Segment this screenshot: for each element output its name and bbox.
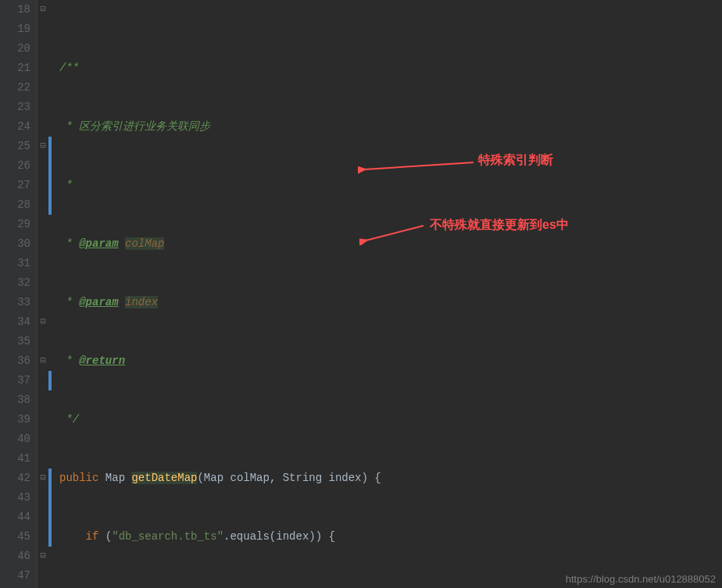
fold-marker-icon xyxy=(38,488,48,508)
line-number: 36 xyxy=(0,351,30,371)
fold-marker-icon xyxy=(38,98,48,117)
line-number: 30 xyxy=(0,234,30,254)
fold-marker-icon xyxy=(38,39,48,59)
fold-marker-icon[interactable]: ⊟ xyxy=(38,547,48,566)
line-number: 20 xyxy=(0,39,30,59)
line-number: 34 xyxy=(0,312,30,332)
fold-marker-icon xyxy=(38,20,48,39)
line-number: 40 xyxy=(0,429,30,449)
string-literal: "db_search.tb_ts" xyxy=(112,530,223,543)
code-editor[interactable]: 1819202122232425262728293031323334353637… xyxy=(0,0,722,588)
line-number-gutter: 1819202122232425262728293031323334353637… xyxy=(0,0,38,588)
doc-desc: 区分索引进行业务关联同步 xyxy=(79,120,210,133)
line-number: 22 xyxy=(0,78,30,98)
fold-marker-icon xyxy=(38,215,48,234)
fold-marker-icon xyxy=(38,273,48,293)
line-number: 44 xyxy=(0,508,30,527)
line-number: 28 xyxy=(0,195,30,215)
type: Map xyxy=(105,472,125,484)
line-number: 31 xyxy=(0,254,30,273)
line-number: 29 xyxy=(0,215,30,234)
line-number: 23 xyxy=(0,98,30,117)
line-number: 45 xyxy=(0,527,30,547)
kw-if: if xyxy=(86,530,99,543)
line-number: 39 xyxy=(0,410,30,429)
method-name: getDateMap xyxy=(131,472,197,484)
doc-close: */ xyxy=(66,413,79,426)
line-number: 37 xyxy=(0,371,30,390)
line-number: 18 xyxy=(0,0,30,20)
line-number: 25 xyxy=(0,137,30,156)
fold-marker-icon[interactable]: ⊟ xyxy=(38,469,48,488)
fold-marker-icon[interactable]: ⊟ xyxy=(38,351,48,371)
line-number: 33 xyxy=(0,293,30,312)
fold-marker-icon xyxy=(38,390,48,410)
fold-marker-icon xyxy=(38,449,48,469)
fold-marker-icon[interactable]: ⊟ xyxy=(38,0,48,20)
doc-open: /** xyxy=(59,62,79,74)
line-number: 32 xyxy=(0,273,30,293)
fold-marker-icon xyxy=(38,254,48,273)
fold-marker-icon xyxy=(38,156,48,176)
fold-marker-icon xyxy=(38,293,48,312)
fold-column[interactable]: ⊟⊟⊟⊟⊟⊟ xyxy=(38,0,48,588)
line-number: 47 xyxy=(0,566,30,586)
fold-marker-icon xyxy=(38,117,48,137)
doc-star: * xyxy=(66,120,72,133)
fold-marker-icon xyxy=(38,371,48,390)
line-number: 26 xyxy=(0,156,30,176)
return-tag: @return xyxy=(79,355,125,367)
line-number: 42 xyxy=(0,469,30,488)
fold-marker-icon xyxy=(38,332,48,351)
fold-marker-icon xyxy=(38,234,48,254)
kw-public: public xyxy=(59,472,98,484)
code-area[interactable]: /** * 区分索引进行业务关联同步 * * @param colMap * @… xyxy=(52,0,722,588)
line-number: 41 xyxy=(0,449,30,469)
fold-marker-icon xyxy=(38,176,48,195)
param-tag: @param xyxy=(79,296,118,308)
fold-marker-icon xyxy=(38,566,48,586)
line-number: 46 xyxy=(0,547,30,566)
doc-star: * xyxy=(66,179,72,191)
fold-marker-icon xyxy=(38,59,48,78)
param-name: index xyxy=(125,296,158,308)
line-number: 24 xyxy=(0,117,30,137)
fold-marker-icon xyxy=(38,78,48,98)
line-number: 19 xyxy=(0,20,30,39)
line-number: 35 xyxy=(0,332,30,351)
line-number: 38 xyxy=(0,390,30,410)
fold-marker-icon xyxy=(38,429,48,449)
param-name: colMap xyxy=(125,237,164,250)
equals-call: .equals(index)) { xyxy=(223,530,335,543)
fold-marker-icon xyxy=(38,195,48,215)
fold-marker-icon xyxy=(38,508,48,527)
fold-marker-icon[interactable]: ⊟ xyxy=(38,137,48,156)
method-sig: (Map colMap, String index) { xyxy=(197,472,381,484)
line-number: 27 xyxy=(0,176,30,195)
watermark: https://blog.csdn.net/u012888052 xyxy=(566,573,716,585)
fold-marker-icon xyxy=(38,527,48,547)
param-tag: @param xyxy=(79,237,118,250)
line-number: 21 xyxy=(0,59,30,78)
fold-marker-icon xyxy=(38,410,48,429)
fold-marker-icon[interactable]: ⊟ xyxy=(38,312,48,332)
line-number: 43 xyxy=(0,488,30,508)
